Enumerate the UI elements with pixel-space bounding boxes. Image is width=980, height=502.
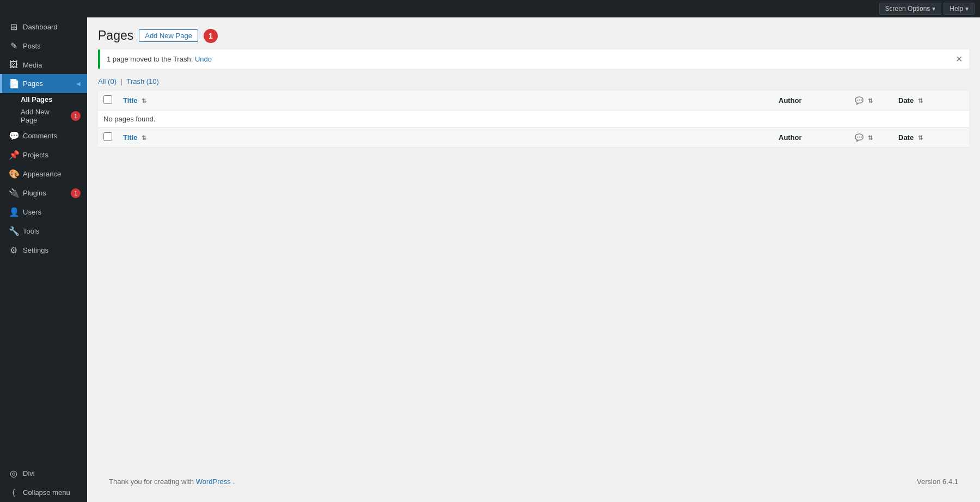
table-footer-row: Title ⇅ Author 💬 ⇅ Date ⇅	[98, 128, 969, 148]
dashboard-icon: ⊞	[9, 22, 19, 32]
main-content: Pages Add New Page 1 1 page moved to the…	[87, 17, 980, 502]
sidebar-item-pages[interactable]: 📄 Pages ◀	[0, 74, 87, 93]
help-button[interactable]: Help ▾	[944, 3, 975, 15]
sidebar-sub-add-new-page[interactable]: Add New Page 1	[0, 106, 87, 126]
comments-col-header[interactable]: 💬 ⇅	[849, 91, 893, 111]
sidebar-item-label: Tools	[23, 227, 39, 235]
date-sort-icon: ⇅	[918, 97, 923, 104]
footer-comments-col[interactable]: 💬 ⇅	[849, 128, 893, 148]
notice-text: 1 page moved to the Trash. Undo	[107, 55, 212, 63]
no-pages-cell: No pages found.	[98, 111, 969, 128]
sidebar-item-label: Media	[23, 61, 42, 69]
footer-comments-icon: 💬	[855, 133, 863, 142]
settings-icon: ⚙	[9, 245, 19, 255]
filter-bar: All (0) | Trash (10)	[98, 77, 969, 85]
footer-credit: Thank you for creating with WordPress .	[109, 477, 235, 486]
author-col-header[interactable]: Author	[773, 91, 849, 111]
sidebar-item-label: Settings	[23, 246, 48, 254]
filter-all-link[interactable]: All (0)	[98, 77, 119, 85]
footer-title-col[interactable]: Title ⇅	[118, 128, 773, 148]
media-icon: 🖼	[9, 60, 19, 70]
posts-icon: ✎	[9, 41, 19, 51]
select-all-checkbox[interactable]	[103, 95, 112, 104]
sidebar: ⊞ Dashboard ✎ Posts 🖼 Media 📄 Pages ◀ Al…	[0, 17, 87, 502]
sidebar-item-appearance[interactable]: 🎨 Appearance	[0, 164, 87, 183]
add-new-page-badge: 1	[71, 111, 81, 121]
title-sort-icon: ⇅	[142, 97, 146, 104]
sidebar-item-label: Appearance	[23, 170, 61, 178]
filter-trash-link[interactable]: Trash (10)	[126, 77, 159, 85]
no-pages-row: No pages found.	[98, 111, 969, 128]
sidebar-item-label: Pages	[23, 79, 43, 88]
pages-arrow-icon: ◀	[76, 81, 81, 87]
help-chevron: ▾	[965, 5, 969, 13]
appearance-icon: 🎨	[9, 169, 19, 179]
footer-select-all-checkbox[interactable]	[103, 132, 112, 141]
sidebar-item-comments[interactable]: 💬 Comments	[0, 126, 87, 145]
plugins-icon: 🔌	[9, 188, 19, 198]
select-all-col[interactable]	[98, 91, 118, 111]
tools-icon: 🔧	[9, 226, 19, 236]
table-header-row: Title ⇅ Author 💬 ⇅ Date ⇅	[98, 91, 969, 111]
divi-icon: ◎	[9, 468, 19, 479]
footer-title-sort-icon: ⇅	[142, 134, 146, 141]
add-new-page-label: Add New Page	[21, 108, 68, 124]
screen-options-label: Screen Options	[885, 5, 930, 13]
footer-author-col[interactable]: Author	[773, 128, 849, 148]
screen-options-button[interactable]: Screen Options ▾	[879, 3, 942, 15]
help-label: Help	[950, 5, 963, 13]
sidebar-item-plugins[interactable]: 🔌 Plugins 1	[0, 183, 87, 203]
pages-table: Title ⇅ Author 💬 ⇅ Date ⇅	[98, 91, 969, 148]
sidebar-item-posts[interactable]: ✎ Posts	[0, 36, 87, 56]
sidebar-item-tools[interactable]: 🔧 Tools	[0, 222, 87, 241]
users-icon: 👤	[9, 207, 19, 217]
wordpress-link[interactable]: WordPress	[196, 477, 231, 486]
pages-icon: 📄	[9, 78, 19, 89]
sidebar-item-label: Posts	[23, 42, 41, 50]
footer-date-col[interactable]: Date ⇅	[893, 128, 969, 148]
undo-link[interactable]: Undo	[195, 55, 212, 63]
notice-close-button[interactable]: ✕	[955, 54, 963, 64]
trash-notice: 1 page moved to the Trash. Undo ✕	[98, 50, 969, 69]
sidebar-item-label: Projects	[23, 151, 48, 159]
sidebar-item-users[interactable]: 👤 Users	[0, 203, 87, 222]
sidebar-item-label: Plugins	[23, 189, 46, 197]
projects-icon: 📌	[9, 150, 19, 160]
screen-options-chevron: ▾	[932, 5, 935, 13]
sidebar-item-label: Divi	[23, 469, 35, 477]
page-title: Pages	[98, 28, 133, 43]
sidebar-item-media[interactable]: 🖼 Media	[0, 56, 87, 74]
title-col-header[interactable]: Title ⇅	[118, 91, 773, 111]
footer-date-sort-icon: ⇅	[918, 134, 923, 141]
sidebar-item-label: Users	[23, 208, 41, 216]
add-new-page-button[interactable]: Add New Page	[139, 29, 198, 42]
sidebar-sub-all-pages[interactable]: All Pages	[0, 93, 87, 106]
comments-icon: 💬	[9, 131, 19, 141]
sidebar-item-dashboard[interactable]: ⊞ Dashboard	[0, 17, 87, 36]
footer-version: Version 6.4.1	[917, 477, 958, 486]
comments-sort-icon: ⇅	[868, 97, 873, 104]
collapse-icon: ⟨	[9, 487, 19, 498]
page-footer: Thank you for creating with WordPress . …	[98, 472, 969, 491]
sidebar-item-projects[interactable]: 📌 Projects	[0, 145, 87, 164]
sidebar-item-label: Dashboard	[23, 23, 58, 31]
page-header-badge: 1	[204, 29, 218, 43]
footer-thank-you: Thank you for creating with	[109, 477, 196, 486]
sidebar-item-label: Collapse menu	[23, 488, 70, 497]
sidebar-item-label: Comments	[23, 132, 57, 140]
filter-separator: |	[121, 77, 122, 85]
sidebar-item-divi[interactable]: ◎ Divi	[0, 464, 87, 483]
footer-select-all-col[interactable]	[98, 128, 118, 148]
footer-comments-sort-icon: ⇅	[868, 134, 873, 141]
comments-icon: 💬	[855, 96, 863, 105]
all-pages-label: All Pages	[21, 95, 53, 103]
sidebar-item-settings[interactable]: ⚙ Settings	[0, 241, 87, 260]
date-col-header[interactable]: Date ⇅	[893, 91, 969, 111]
page-header: Pages Add New Page 1	[98, 28, 969, 43]
plugins-badge: 1	[71, 188, 81, 198]
top-bar: Screen Options ▾ Help ▾	[0, 0, 980, 17]
sidebar-item-collapse-menu[interactable]: ⟨ Collapse menu	[0, 483, 87, 502]
